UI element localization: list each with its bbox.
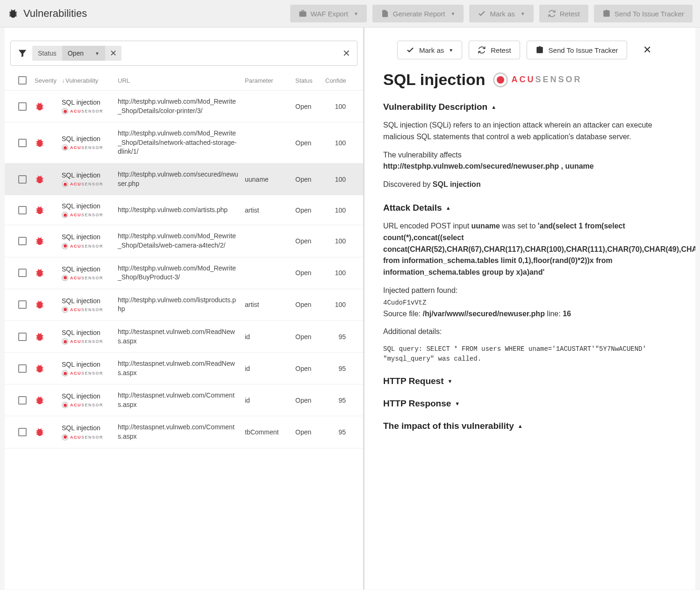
vuln-parameter: tbComment [245,428,295,436]
table-row[interactable]: SQL injection ACUSENSOR http://testphp.v… [5,289,363,321]
acusensor-badge-small: ACUSENSOR [62,243,118,249]
severity-bug-icon [35,138,45,148]
generate-report-button[interactable]: Generate Report ▼ [372,5,464,22]
clipboard-icon [536,46,544,54]
vuln-status: Open [295,237,325,245]
refresh-icon [478,46,486,54]
vuln-status: Open [295,176,325,183]
col-confidence[interactable]: Confidence [325,77,346,84]
caret-up-icon: ▲ [491,104,496,110]
severity-bug-icon [35,395,45,405]
desc-paragraph: SQL injection (SQLi) refers to an inject… [383,120,680,143]
waf-export-button[interactable]: WAF Export ▼ [290,5,367,22]
filter-chip-value[interactable]: Open ▼ [62,46,105,61]
table-row[interactable]: SQL injection ACUSENSOR http://testphp.v… [5,257,363,289]
col-parameter[interactable]: Parameter [245,77,295,84]
acusensor-badge: ACUSENSOR [493,72,582,87]
section-attack-details[interactable]: Attack Details ▲ [383,203,680,213]
row-checkbox[interactable] [18,102,27,111]
row-checkbox[interactable] [18,300,27,309]
section-http-request[interactable]: HTTP Request ▼ [383,376,680,386]
vuln-name: SQL injection [62,424,118,432]
col-status[interactable]: Status [295,77,325,84]
section-vuln-description[interactable]: Vulnerability Description ▲ [383,102,680,112]
acusensor-icon [62,402,68,408]
table-row[interactable]: SQL injection ACUSENSOR http://testphp.v… [5,225,363,257]
row-checkbox[interactable] [18,333,27,341]
row-checkbox[interactable] [18,175,27,184]
check-icon [478,9,486,18]
row-checkbox[interactable] [18,396,27,405]
severity-bug-icon [35,363,45,374]
filter-chip-label: Status [32,46,62,61]
section-http-response[interactable]: HTTP Response ▼ [383,398,680,409]
row-checkbox[interactable] [18,237,27,245]
table-row[interactable]: SQL injection ACUSENSOR http://testphp.v… [5,91,363,122]
vulnerability-list-panel: Status Open ▼ ✕ ✕ Severity ↓Vulnerabilit… [5,28,364,590]
vuln-url: http://testphp.vulnweb.com/listproducts.… [118,296,245,314]
caret-up-icon: ▲ [518,423,523,429]
vuln-confidence: 95 [325,397,346,404]
vulnerability-table: Severity ↓Vulnerability URL Parameter St… [5,73,363,448]
send-tracker-button[interactable]: Send To Issue Tracker [594,5,693,22]
acusensor-badge-small: ACUSENSOR [62,306,118,313]
col-severity[interactable]: Severity [35,77,62,84]
severity-bug-icon [35,205,45,215]
severity-bug-icon [35,101,45,112]
retest-button[interactable]: Retest [539,5,588,22]
row-checkbox[interactable] [18,364,27,373]
vuln-name: SQL injection [62,392,118,400]
filter-icon[interactable] [17,48,28,58]
acusensor-icon [62,108,68,114]
bug-icon [7,8,19,19]
detail-send-tracker-button[interactable]: Send To Issue Tracker [527,41,627,59]
col-vulnerability[interactable]: ↓Vulnerability [62,77,118,84]
table-row[interactable]: SQL injection ACUSENSOR http://testaspne… [5,416,363,448]
severity-bug-icon [35,332,45,342]
vuln-parameter: id [245,397,295,404]
filter-bar: Status Open ▼ ✕ ✕ [10,41,357,66]
refresh-icon [548,9,556,18]
table-row[interactable]: SQL injection ACUSENSOR http://testphp.v… [5,122,363,163]
vuln-name: SQL injection [62,265,118,273]
filter-clear-icon[interactable]: ✕ [343,48,350,59]
vuln-confidence: 100 [325,103,346,110]
row-checkbox[interactable] [18,206,27,214]
vuln-url: http://testphp.vulnweb.com/Mod_Rewrite_S… [118,129,245,156]
row-checkbox[interactable] [18,428,27,436]
caret-down-icon: ▼ [451,11,456,16]
vuln-confidence: 100 [325,237,346,245]
filter-chip-remove[interactable]: ✕ [105,48,121,58]
acusensor-badge-small: ACUSENSOR [62,108,118,114]
table-row[interactable]: SQL injection ACUSENSOR http://testphp.v… [5,195,363,225]
table-row[interactable]: SQL injection ACUSENSOR http://testphp.v… [5,163,363,195]
table-row[interactable]: SQL injection ACUSENSOR http://testaspne… [5,384,363,416]
acusensor-icon [62,243,68,249]
severity-bug-icon [35,299,45,310]
table-row[interactable]: SQL injection ACUSENSOR http://testaspne… [5,321,363,353]
close-detail-icon[interactable]: ✕ [643,44,651,56]
mark-as-button[interactable]: Mark as ▼ [469,5,533,22]
acusensor-icon [62,144,68,151]
col-url[interactable]: URL [118,77,245,84]
caret-down-icon: ▼ [521,11,525,16]
detail-retest-button[interactable]: Retest [469,41,520,59]
desc-discovered: Discovered by SQL injection [383,179,680,191]
select-all-checkbox[interactable] [18,76,27,85]
detail-toolbar: Mark as ▼ Retest Send To Issue Tracker ✕ [383,28,680,71]
vuln-url: http://testaspnet.vulnweb.com/ReadNews.a… [118,359,245,377]
severity-bug-icon [35,236,45,246]
table-row[interactable]: SQL injection ACUSENSOR http://testaspne… [5,353,363,384]
section-impact[interactable]: The impact of this vulnerability ▲ [383,421,680,431]
check-icon [406,46,414,54]
row-checkbox[interactable] [18,139,27,147]
caret-up-icon: ▲ [446,205,451,211]
vuln-confidence: 100 [325,269,346,277]
vuln-name: SQL injection [62,233,118,241]
vuln-parameter: uuname [245,176,295,183]
filter-chip-status: Status Open ▼ ✕ [32,46,121,61]
acusensor-badge-small: ACUSENSOR [62,181,118,187]
row-checkbox[interactable] [18,269,27,277]
vuln-parameter: id [245,333,295,341]
detail-mark-as-button[interactable]: Mark as ▼ [397,41,462,59]
